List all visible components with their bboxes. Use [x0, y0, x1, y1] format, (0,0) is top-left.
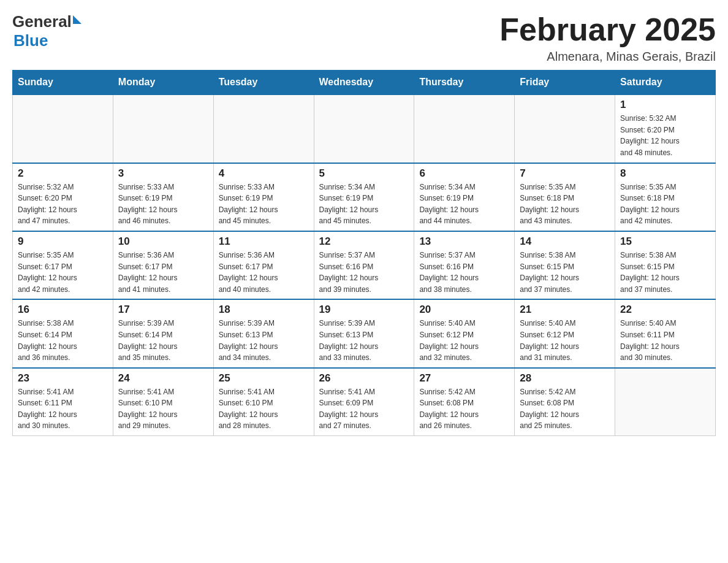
- calendar-cell: 22Sunrise: 5:40 AM Sunset: 6:11 PM Dayli…: [615, 299, 716, 367]
- calendar-cell: 25Sunrise: 5:41 AM Sunset: 6:10 PM Dayli…: [213, 368, 314, 436]
- col-header-thursday: Thursday: [414, 71, 515, 95]
- day-number: 28: [520, 372, 610, 385]
- day-info: Sunrise: 5:35 AM Sunset: 6:18 PM Dayligh…: [620, 182, 710, 227]
- day-number: 1: [620, 99, 710, 111]
- calendar-cell: 16Sunrise: 5:38 AM Sunset: 6:14 PM Dayli…: [13, 299, 113, 367]
- logo: General Blue: [12, 12, 82, 50]
- calendar-cell: 11Sunrise: 5:36 AM Sunset: 6:17 PM Dayli…: [213, 231, 314, 299]
- day-number: 18: [219, 304, 309, 316]
- day-info: Sunrise: 5:41 AM Sunset: 6:10 PM Dayligh…: [118, 386, 208, 432]
- calendar-cell: 5Sunrise: 5:34 AM Sunset: 6:19 PM Daylig…: [314, 163, 414, 231]
- day-number: 22: [620, 304, 710, 316]
- day-info: Sunrise: 5:37 AM Sunset: 6:16 PM Dayligh…: [319, 250, 409, 295]
- day-number: 11: [219, 236, 309, 248]
- calendar-cell: 20Sunrise: 5:40 AM Sunset: 6:12 PM Dayli…: [414, 299, 515, 367]
- calendar-cell: 26Sunrise: 5:41 AM Sunset: 6:09 PM Dayli…: [314, 368, 414, 436]
- day-number: 15: [620, 236, 710, 248]
- day-info: Sunrise: 5:39 AM Sunset: 6:13 PM Dayligh…: [219, 318, 309, 363]
- col-header-wednesday: Wednesday: [314, 71, 414, 95]
- day-info: Sunrise: 5:39 AM Sunset: 6:14 PM Dayligh…: [118, 318, 208, 363]
- day-info: Sunrise: 5:34 AM Sunset: 6:19 PM Dayligh…: [419, 182, 509, 227]
- calendar-cell: 15Sunrise: 5:38 AM Sunset: 6:15 PM Dayli…: [615, 231, 716, 299]
- day-info: Sunrise: 5:36 AM Sunset: 6:17 PM Dayligh…: [219, 250, 309, 295]
- day-number: 2: [18, 167, 108, 180]
- day-number: 19: [319, 304, 409, 316]
- logo-general-text: General: [12, 12, 72, 31]
- calendar-cell: 13Sunrise: 5:37 AM Sunset: 6:16 PM Dayli…: [414, 231, 515, 299]
- calendar-header-row: SundayMondayTuesdayWednesdayThursdayFrid…: [13, 71, 716, 95]
- calendar-cell: 19Sunrise: 5:39 AM Sunset: 6:13 PM Dayli…: [314, 299, 414, 367]
- calendar-cell: 27Sunrise: 5:42 AM Sunset: 6:08 PM Dayli…: [414, 368, 515, 436]
- calendar-week-1: 1Sunrise: 5:32 AM Sunset: 6:20 PM Daylig…: [13, 94, 716, 163]
- day-info: Sunrise: 5:33 AM Sunset: 6:19 PM Dayligh…: [219, 182, 309, 227]
- calendar-cell: 23Sunrise: 5:41 AM Sunset: 6:11 PM Dayli…: [13, 368, 113, 436]
- col-header-sunday: Sunday: [13, 71, 113, 95]
- logo-blue-text: Blue: [13, 31, 82, 50]
- day-info: Sunrise: 5:34 AM Sunset: 6:19 PM Dayligh…: [319, 182, 409, 227]
- day-info: Sunrise: 5:38 AM Sunset: 6:14 PM Dayligh…: [18, 318, 108, 363]
- calendar-cell: 21Sunrise: 5:40 AM Sunset: 6:12 PM Dayli…: [515, 299, 615, 367]
- calendar-cell: 18Sunrise: 5:39 AM Sunset: 6:13 PM Dayli…: [213, 299, 314, 367]
- day-number: 5: [319, 167, 409, 180]
- calendar-cell: [113, 94, 213, 163]
- day-info: Sunrise: 5:38 AM Sunset: 6:15 PM Dayligh…: [620, 250, 710, 295]
- day-info: Sunrise: 5:32 AM Sunset: 6:20 PM Dayligh…: [18, 182, 108, 227]
- day-info: Sunrise: 5:35 AM Sunset: 6:17 PM Dayligh…: [18, 250, 108, 295]
- day-number: 8: [620, 167, 710, 180]
- day-info: Sunrise: 5:40 AM Sunset: 6:12 PM Dayligh…: [419, 318, 509, 363]
- calendar-week-2: 2Sunrise: 5:32 AM Sunset: 6:20 PM Daylig…: [13, 163, 716, 231]
- calendar-cell: 1Sunrise: 5:32 AM Sunset: 6:20 PM Daylig…: [615, 94, 716, 163]
- calendar-cell: 6Sunrise: 5:34 AM Sunset: 6:19 PM Daylig…: [414, 163, 515, 231]
- day-number: 16: [18, 304, 108, 316]
- calendar-cell: 14Sunrise: 5:38 AM Sunset: 6:15 PM Dayli…: [515, 231, 615, 299]
- calendar-cell: 10Sunrise: 5:36 AM Sunset: 6:17 PM Dayli…: [113, 231, 213, 299]
- calendar-cell: 17Sunrise: 5:39 AM Sunset: 6:14 PM Dayli…: [113, 299, 213, 367]
- day-number: 13: [419, 236, 509, 248]
- calendar-week-3: 9Sunrise: 5:35 AM Sunset: 6:17 PM Daylig…: [13, 231, 716, 299]
- day-number: 7: [520, 167, 610, 180]
- calendar-cell: 24Sunrise: 5:41 AM Sunset: 6:10 PM Dayli…: [113, 368, 213, 436]
- col-header-friday: Friday: [515, 71, 615, 95]
- day-number: 17: [118, 304, 208, 316]
- col-header-monday: Monday: [113, 71, 213, 95]
- calendar-cell: 4Sunrise: 5:33 AM Sunset: 6:19 PM Daylig…: [213, 163, 314, 231]
- calendar-cell: [314, 94, 414, 163]
- calendar-cell: 28Sunrise: 5:42 AM Sunset: 6:08 PM Dayli…: [515, 368, 615, 436]
- calendar-cell: 7Sunrise: 5:35 AM Sunset: 6:18 PM Daylig…: [515, 163, 615, 231]
- calendar-cell: [213, 94, 314, 163]
- day-number: 20: [419, 304, 509, 316]
- day-info: Sunrise: 5:33 AM Sunset: 6:19 PM Dayligh…: [118, 182, 208, 227]
- day-number: 10: [118, 236, 208, 248]
- day-number: 4: [219, 167, 309, 180]
- col-header-tuesday: Tuesday: [213, 71, 314, 95]
- logo-arrow-icon: [73, 15, 82, 24]
- calendar-cell: [615, 368, 716, 436]
- day-number: 24: [118, 372, 208, 385]
- day-info: Sunrise: 5:39 AM Sunset: 6:13 PM Dayligh…: [319, 318, 409, 363]
- day-info: Sunrise: 5:36 AM Sunset: 6:17 PM Dayligh…: [118, 250, 208, 295]
- day-number: 25: [219, 372, 309, 385]
- day-info: Sunrise: 5:32 AM Sunset: 6:20 PM Dayligh…: [620, 113, 710, 158]
- calendar-cell: [515, 94, 615, 163]
- title-block: February 2025 Almenara, Minas Gerais, Br…: [499, 12, 716, 64]
- calendar-week-4: 16Sunrise: 5:38 AM Sunset: 6:14 PM Dayli…: [13, 299, 716, 367]
- day-info: Sunrise: 5:35 AM Sunset: 6:18 PM Dayligh…: [520, 182, 610, 227]
- day-number: 12: [319, 236, 409, 248]
- day-info: Sunrise: 5:42 AM Sunset: 6:08 PM Dayligh…: [419, 386, 509, 432]
- day-info: Sunrise: 5:40 AM Sunset: 6:11 PM Dayligh…: [620, 318, 710, 363]
- calendar-cell: 2Sunrise: 5:32 AM Sunset: 6:20 PM Daylig…: [13, 163, 113, 231]
- calendar-cell: 8Sunrise: 5:35 AM Sunset: 6:18 PM Daylig…: [615, 163, 716, 231]
- day-info: Sunrise: 5:41 AM Sunset: 6:10 PM Dayligh…: [219, 386, 309, 432]
- day-info: Sunrise: 5:40 AM Sunset: 6:12 PM Dayligh…: [520, 318, 610, 363]
- calendar-cell: [414, 94, 515, 163]
- calendar-table: SundayMondayTuesdayWednesdayThursdayFrid…: [12, 70, 716, 436]
- page-header: General Blue February 2025 Almenara, Min…: [12, 12, 716, 64]
- calendar-cell: 12Sunrise: 5:37 AM Sunset: 6:16 PM Dayli…: [314, 231, 414, 299]
- month-title: February 2025: [499, 12, 716, 47]
- day-info: Sunrise: 5:38 AM Sunset: 6:15 PM Dayligh…: [520, 250, 610, 295]
- col-header-saturday: Saturday: [615, 71, 716, 95]
- location-subtitle: Almenara, Minas Gerais, Brazil: [499, 50, 716, 64]
- day-number: 14: [520, 236, 610, 248]
- calendar-cell: [13, 94, 113, 163]
- day-number: 26: [319, 372, 409, 385]
